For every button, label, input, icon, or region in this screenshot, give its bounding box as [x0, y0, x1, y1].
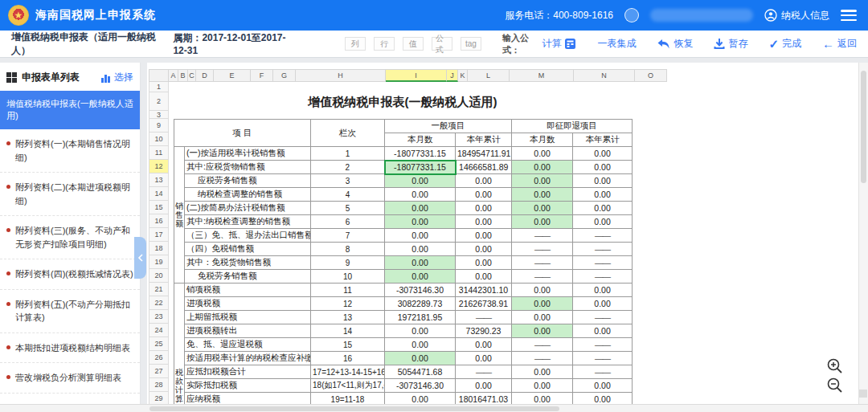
- value-cell[interactable]: 0.00: [385, 229, 456, 243]
- value-cell[interactable]: 0.00: [573, 284, 633, 297]
- column-header-K[interactable]: K: [458, 69, 468, 82]
- row-header-14[interactable]: 14: [149, 187, 169, 201]
- column-header-G[interactable]: G: [273, 69, 296, 82]
- value-cell[interactable]: 0.00: [512, 202, 573, 215]
- col-no-cell[interactable]: 9: [311, 256, 385, 270]
- value-cell[interactable]: 1972181.95: [385, 311, 456, 324]
- column-header-O[interactable]: O: [635, 69, 667, 82]
- value-cell[interactable]: 0.00: [456, 338, 512, 352]
- item-label-cell[interactable]: 实际抵扣税额: [185, 379, 311, 393]
- value-cell[interactable]: 0.00: [385, 202, 456, 215]
- row-header-28[interactable]: 28: [149, 378, 169, 392]
- column-header-M[interactable]: M: [510, 69, 574, 82]
- item-label-cell[interactable]: 应税劳务销售额: [185, 174, 311, 188]
- row-header-1[interactable]: 1: [149, 82, 169, 92]
- item-label-cell[interactable]: 免税劳务销售额: [185, 270, 311, 284]
- one-table-integration-button[interactable]: 一表集成: [597, 37, 636, 51]
- value-cell[interactable]: ——: [573, 338, 633, 352]
- value-cell[interactable]: ——: [512, 229, 573, 243]
- row-header-23[interactable]: 23: [149, 310, 169, 324]
- value-cell[interactable]: ——: [573, 243, 633, 256]
- value-cell[interactable]: 0.00: [512, 393, 573, 405]
- value-cell[interactable]: ——: [573, 270, 633, 284]
- value-cell[interactable]: 0.00: [385, 243, 456, 256]
- zoom-out-icon[interactable]: [826, 377, 844, 394]
- col-no-cell[interactable]: 5: [311, 202, 385, 215]
- value-cell[interactable]: 0.00: [456, 202, 512, 215]
- column-header-I[interactable]: I: [386, 69, 447, 82]
- zoom-in-icon[interactable]: [826, 357, 844, 375]
- save-draft-button[interactable]: 暂存: [714, 37, 747, 51]
- column-header-J[interactable]: J: [447, 69, 458, 82]
- horizontal-scrollbar[interactable]: [0, 404, 868, 412]
- item-label-cell[interactable]: 免、抵、退应退税额: [185, 338, 311, 352]
- row-header-22[interactable]: 22: [149, 296, 169, 310]
- column-header-E[interactable]: E: [214, 69, 251, 82]
- value-cell[interactable]: 21626738.91: [456, 297, 512, 311]
- item-label-cell[interactable]: （三）免、抵、退办法出口销售额: [185, 229, 311, 243]
- value-cell[interactable]: 0.00: [573, 324, 633, 338]
- finish-button[interactable]: ✓ 完成: [768, 37, 801, 51]
- value-cell[interactable]: 73290.23: [456, 324, 512, 338]
- value-cell[interactable]: 0.00: [573, 174, 633, 188]
- value-cell[interactable]: 0.00: [512, 174, 573, 188]
- field-chip-1[interactable]: 行: [374, 37, 395, 51]
- col-no-cell[interactable]: 19=11-18: [311, 393, 385, 405]
- value-cell[interactable]: 0.00: [456, 188, 512, 202]
- item-label-cell[interactable]: 销项税额: [185, 284, 311, 297]
- item-label-cell[interactable]: 应纳税额: [185, 393, 311, 405]
- menu-icon[interactable]: [841, 10, 857, 21]
- vertical-scrollbar[interactable]: [858, 63, 868, 404]
- value-cell[interactable]: ——: [573, 229, 633, 243]
- item-label-cell[interactable]: (一)按适用税率计税销售额: [185, 147, 311, 161]
- item-label-cell[interactable]: 其中:纳税检查调整的销售额: [185, 215, 311, 229]
- row-header-12[interactable]: 12: [149, 160, 169, 173]
- row-header-17[interactable]: 17: [149, 228, 169, 242]
- value-cell[interactable]: 0.00: [573, 188, 633, 202]
- col-no-cell[interactable]: 4: [311, 188, 385, 202]
- sidebar-item-4[interactable]: 附列资料(五)(不动产分期抵扣计算表): [0, 290, 140, 333]
- col-no-cell[interactable]: 8: [311, 243, 385, 256]
- value-cell[interactable]: 0.00: [385, 270, 456, 284]
- value-cell[interactable]: 31442301.10: [456, 284, 512, 297]
- row-header-2[interactable]: 2: [149, 92, 169, 111]
- value-cell[interactable]: 0.00: [456, 256, 512, 270]
- row-header-29[interactable]: 29: [149, 392, 169, 404]
- row-header-9[interactable]: 9: [149, 119, 169, 133]
- value-cell[interactable]: ——: [512, 243, 573, 256]
- row-header-25[interactable]: 25: [149, 337, 169, 351]
- item-label-cell[interactable]: 按适用税率计算的纳税检查应补缴税额: [185, 352, 311, 365]
- sidebar-item-5[interactable]: 本期抵扣进项税额结构明细表: [0, 333, 140, 364]
- value-cell[interactable]: 0.00: [456, 243, 512, 256]
- field-chip-3[interactable]: 公式: [432, 37, 452, 51]
- value-cell[interactable]: 0.00: [512, 379, 573, 393]
- sidebar-item-3[interactable]: 附列资料(四)(税额抵减情况表): [0, 259, 140, 290]
- field-chip-4[interactable]: tag: [461, 37, 481, 51]
- taxpayer-info-button[interactable]: 纳税人信息: [764, 9, 829, 22]
- calculate-button[interactable]: 计算: [542, 37, 576, 51]
- col-no-cell[interactable]: 6: [311, 215, 385, 229]
- value-cell[interactable]: 3082289.73: [385, 297, 456, 311]
- value-cell[interactable]: 0.00: [456, 352, 512, 365]
- value-cell[interactable]: 0.00: [385, 215, 456, 229]
- value-cell[interactable]: 0.00: [385, 352, 456, 365]
- row-header-27[interactable]: 27: [149, 365, 169, 378]
- value-cell[interactable]: 0.00: [385, 256, 456, 270]
- col-no-cell[interactable]: 11: [311, 284, 385, 297]
- col-no-cell[interactable]: 13: [311, 311, 385, 324]
- row-header-21[interactable]: 21: [149, 283, 169, 296]
- sidebar-item-active-vat-return[interactable]: 增值税纳税申报表(一般纳税人适用): [0, 91, 140, 129]
- value-cell[interactable]: 0.00: [456, 229, 512, 243]
- col-no-cell[interactable]: 18(如17<11,则为17,否则为11): [311, 379, 385, 393]
- value-cell[interactable]: 0.00: [573, 379, 633, 393]
- value-cell[interactable]: 0.00: [573, 215, 633, 229]
- value-cell[interactable]: 0.00: [573, 147, 633, 161]
- value-cell[interactable]: ——: [512, 270, 573, 284]
- item-label-cell[interactable]: 纳税检查调整的销售额: [185, 188, 311, 202]
- value-cell[interactable]: 0.00: [512, 215, 573, 229]
- value-cell[interactable]: 0.00: [385, 324, 456, 338]
- item-label-cell[interactable]: 进项税额转出: [185, 324, 311, 338]
- column-header-B[interactable]: B: [178, 69, 188, 82]
- value-cell[interactable]: ——: [512, 256, 573, 270]
- value-cell[interactable]: ——: [573, 256, 633, 270]
